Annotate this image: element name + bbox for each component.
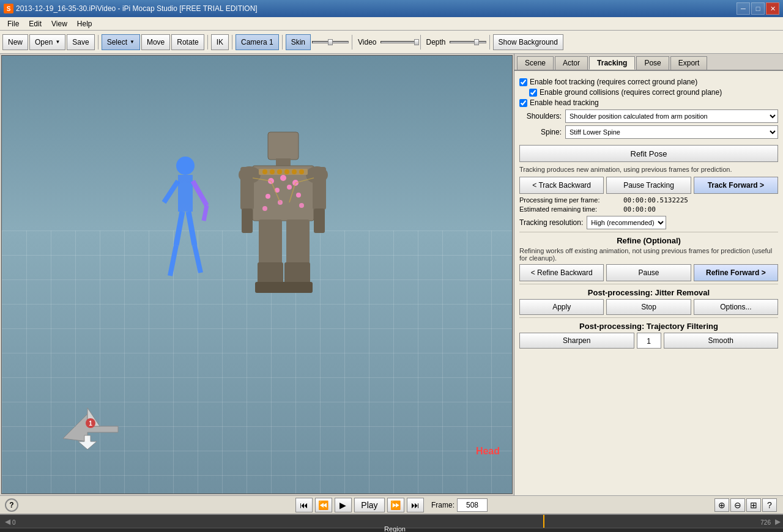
- svg-line-4: [204, 205, 207, 221]
- ruler-start: 0: [12, 519, 16, 526]
- processing-time-value: 00:00:00.5132225: [623, 196, 688, 204]
- tab-pose[interactable]: Pose: [636, 56, 669, 70]
- smooth-button[interactable]: Smooth: [664, 333, 779, 349]
- timeline-left-arrow[interactable]: ◀: [5, 515, 10, 528]
- video-slider[interactable]: [380, 41, 417, 43]
- minimize-button[interactable]: ─: [737, 2, 750, 15]
- shoulders-select[interactable]: Shoulder position calculated from arm po…: [565, 109, 778, 123]
- rewind-button[interactable]: ⏪: [315, 498, 332, 512]
- open-dropdown-arrow: ▼: [55, 39, 60, 45]
- svg-line-2: [164, 181, 178, 202]
- zoom-in-button[interactable]: ⊕: [714, 498, 729, 512]
- trajectory-value: 1: [637, 333, 661, 349]
- refine-forward-button[interactable]: Refine Forward >: [694, 264, 778, 281]
- options-button[interactable]: Options...: [694, 299, 778, 315]
- divider-1: [519, 232, 778, 232]
- select-button[interactable]: Select ▼: [102, 34, 140, 50]
- resolution-row: Tracking resolution: High (recommended): [519, 216, 778, 229]
- head-tracking-label: Enable head tracking: [530, 98, 599, 107]
- new-button[interactable]: New: [2, 34, 28, 50]
- separator-2: [207, 35, 208, 50]
- sharpen-button[interactable]: Sharpen: [519, 333, 634, 349]
- tab-scene[interactable]: Scene: [517, 56, 554, 70]
- svg-line-7: [188, 212, 195, 245]
- apply-button[interactable]: Apply: [519, 299, 604, 315]
- estimated-remaining-label: Estimated remaining time:: [519, 205, 623, 213]
- close-button[interactable]: ✕: [766, 2, 779, 15]
- svg-rect-31: [240, 167, 254, 210]
- svg-text:1: 1: [89, 420, 92, 427]
- stop-button[interactable]: Stop: [606, 299, 691, 315]
- resolution-select[interactable]: High (recommended): [587, 216, 666, 229]
- menu-edit[interactable]: Edit: [24, 18, 46, 29]
- processing-time-row: Processing time per frame: 00:00:00.5132…: [519, 196, 778, 204]
- refit-pose-button[interactable]: Refit Pose: [519, 145, 778, 162]
- tracking-info: Tracking produces new animation, using p…: [519, 165, 778, 174]
- svg-line-8: [195, 245, 201, 273]
- maximize-button[interactable]: □: [751, 2, 765, 15]
- svg-rect-34: [314, 209, 325, 233]
- svg-point-20: [299, 169, 304, 174]
- svg-point-29: [262, 206, 267, 211]
- ruler-end: 726: [760, 519, 771, 526]
- pause-refine-button[interactable]: Pause: [606, 264, 691, 281]
- svg-rect-1: [178, 175, 193, 212]
- move-button[interactable]: Move: [141, 34, 170, 50]
- viewport[interactable]: 1 Head: [1, 55, 513, 494]
- go-start-button[interactable]: ⏮: [295, 498, 313, 512]
- menu-view[interactable]: View: [46, 18, 72, 29]
- ik-button[interactable]: IK: [211, 34, 229, 50]
- tab-export[interactable]: Export: [670, 56, 708, 70]
- refine-backward-button[interactable]: < Refine Backward: [519, 264, 604, 281]
- 3d-object: 1: [51, 396, 124, 445]
- tracking-buttons: < Track Backward Pause Tracking Track Fo…: [519, 177, 778, 194]
- svg-rect-9: [268, 132, 299, 160]
- foot-tracking-checkbox[interactable]: [519, 78, 527, 86]
- processing-time-label: Processing time per frame:: [519, 196, 623, 204]
- tab-tracking[interactable]: Tracking: [589, 56, 635, 70]
- save-button[interactable]: Save: [67, 34, 94, 50]
- camera-button[interactable]: Camera 1: [236, 34, 279, 50]
- title-bar-left: S 2013-12-19_16-35-30.iPiVideo - iPi Moc…: [4, 4, 258, 13]
- go-end-button[interactable]: ⏭: [407, 498, 424, 512]
- ground-collisions-checkbox[interactable]: [529, 89, 537, 97]
- timeline-area[interactable]: ◀ 0 726 ▶ Working Region of Interest 342…: [0, 514, 783, 532]
- spine-select[interactable]: Stiff Lower Spine: [565, 125, 778, 139]
- jitter-buttons: Apply Stop Options...: [519, 299, 778, 315]
- ground-collisions-row: Enable ground collisions (requires corre…: [529, 88, 778, 97]
- app-icon: S: [4, 4, 13, 13]
- playhead[interactable]: [543, 515, 544, 528]
- skin-slider[interactable]: [312, 41, 349, 43]
- zoom-help-button[interactable]: ?: [762, 498, 777, 512]
- rotate-button[interactable]: Rotate: [171, 34, 204, 50]
- menu-file[interactable]: File: [2, 18, 24, 29]
- title-bar-controls[interactable]: ─ □ ✕: [737, 2, 779, 15]
- play-button[interactable]: ▶: [335, 498, 352, 512]
- separator-7: [489, 35, 490, 50]
- play-label-btn[interactable]: Play: [354, 498, 385, 512]
- head-tracking-checkbox[interactable]: [519, 99, 527, 107]
- depth-slider[interactable]: [450, 41, 486, 43]
- track-forward-button[interactable]: Track Forward >: [694, 177, 778, 194]
- show-background-button[interactable]: Show Background: [493, 34, 563, 50]
- open-button[interactable]: Open ▼: [29, 34, 65, 50]
- svg-point-18: [284, 169, 289, 174]
- trajectory-section-title: Post-processing: Trajectory Filtering: [519, 322, 778, 331]
- foot-tracking-label: Enable foot tracking (requires correct g…: [530, 78, 697, 86]
- pause-tracking-button[interactable]: Pause Tracking: [606, 177, 691, 194]
- toolbar: New Open ▼ Save Select ▼ Move Rotate IK …: [0, 31, 783, 54]
- skin-button[interactable]: Skin: [286, 34, 311, 50]
- divider-2: [519, 284, 778, 284]
- blue-figure: [161, 153, 210, 288]
- frame-input[interactable]: [457, 498, 488, 512]
- menu-help[interactable]: Help: [72, 18, 97, 29]
- help-button[interactable]: ?: [5, 498, 18, 512]
- timeline-right-arrow[interactable]: ▶: [775, 515, 781, 528]
- ground-collisions-label: Enable ground collisions (requires corre…: [540, 88, 722, 97]
- tab-actor[interactable]: Actor: [555, 56, 588, 70]
- fast-forward-button[interactable]: ⏩: [387, 498, 404, 512]
- track-backward-button[interactable]: < Track Backward: [519, 177, 604, 194]
- refine-section-title: Refine (Optional): [519, 236, 778, 245]
- zoom-fit-button[interactable]: ⊞: [746, 498, 761, 512]
- zoom-out-button[interactable]: ⊖: [730, 498, 745, 512]
